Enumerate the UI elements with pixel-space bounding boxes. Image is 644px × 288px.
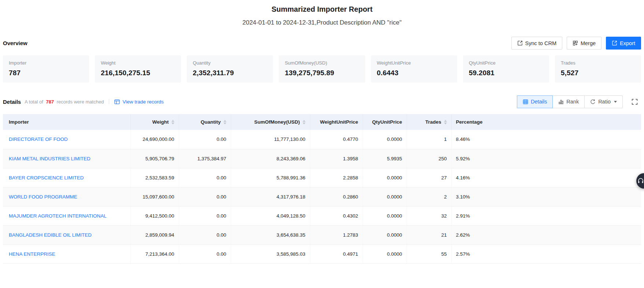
cell-quantity: 0.00	[179, 244, 231, 263]
table-view-icon	[523, 99, 528, 105]
table-row: DIRECTORATE OF FOOD 24,690,000.000.0011,…	[3, 130, 641, 149]
table-row: KIAM METAL INDUSTRIES LIMITED 5,905,706.…	[3, 149, 641, 168]
cell-weight: 2,859,009.94	[130, 225, 179, 244]
cell-weight_unit_price: 1.3958	[310, 149, 363, 168]
cell-weight_unit_price: 0.2860	[310, 187, 363, 206]
importer-link[interactable]: BAYER CROPSCIENCE LIMITED	[9, 175, 84, 181]
view-rank-button[interactable]: Rank	[552, 95, 585, 108]
cell-weight_unit_price: 1.2783	[310, 225, 363, 244]
importer-link[interactable]: BANGLADESH EDIBLE OIL LIMITED	[9, 232, 92, 238]
table-body: DIRECTORATE OF FOOD 24,690,000.000.0011,…	[3, 130, 641, 263]
stat-value: 139,275,795.89	[285, 69, 359, 77]
importer-link[interactable]: MAJUMDER AGROTECH INTERNATIONAL	[9, 213, 107, 219]
cell-importer: DIRECTORATE OF FOOD	[3, 130, 130, 149]
page-subtitle: 2024-01-01 to 2024-12-31,Product Descrip…	[3, 19, 641, 26]
merge-label: Merge	[581, 40, 596, 46]
view-trade-records-link[interactable]: View trade records	[114, 99, 163, 105]
stat-card: Weight 216,150,275.15	[95, 55, 181, 83]
export-button[interactable]: Export	[606, 37, 641, 50]
column-header-quantity[interactable]: Quantity	[179, 114, 231, 130]
page-title: Summarized Importer Report	[3, 5, 641, 14]
column-header-weight[interactable]: Weight	[130, 114, 179, 130]
stat-value: 0.6443	[377, 69, 451, 77]
stat-card: QtyUnitPrice 59.2081	[463, 55, 549, 83]
view-rank-label: Rank	[566, 99, 579, 105]
cell-percentage: 5.92%	[451, 149, 641, 168]
importer-link[interactable]: HENA ENTERPRISE	[9, 251, 55, 257]
importer-link[interactable]: DIRECTORATE OF FOOD	[9, 136, 68, 142]
column-header-trades[interactable]: Trades	[407, 114, 451, 130]
stat-label: WeightUnitPrice	[377, 60, 451, 66]
cell-percentage: 8.46%	[451, 130, 641, 149]
cell-trades: 55	[407, 244, 451, 263]
stat-value: 216,150,275.15	[101, 69, 175, 77]
overview-title: Overview	[3, 40, 27, 46]
view-ratio-button[interactable]: Ratio	[584, 95, 623, 108]
sort-icon	[444, 120, 447, 124]
overview-actions: Sync to CRM Merge Export	[511, 37, 641, 50]
stat-label: Weight	[101, 60, 175, 66]
cell-qty_unit_price: 0.0000	[363, 187, 407, 206]
match-summary: A total of 787 records were matched	[25, 99, 104, 105]
cell-percentage: 3.10%	[451, 187, 641, 206]
cell-trades: 27	[407, 168, 451, 187]
cell-weight_unit_price: 0.4302	[310, 206, 363, 225]
cell-qty_unit_price: 0.0000	[363, 225, 407, 244]
fullscreen-button[interactable]	[628, 95, 641, 108]
importer-table: Importer Weight Quantity SumOfMoney(USD)…	[3, 114, 641, 264]
stat-value: 59.2081	[469, 69, 543, 77]
importer-link[interactable]: KIAM METAL INDUSTRIES LIMITED	[9, 156, 90, 161]
cell-trades: 21	[407, 225, 451, 244]
headset-icon	[637, 178, 644, 184]
stat-card: Importer 787	[3, 55, 89, 83]
cell-importer: WORLD FOOD PROGRAMME	[3, 187, 130, 206]
cell-weight: 5,905,706.79	[130, 149, 179, 168]
sort-icon	[171, 120, 174, 124]
cell-importer: BANGLADESH EDIBLE OIL LIMITED	[3, 225, 130, 244]
column-header-percentage: Percentage	[451, 114, 641, 130]
details-header: Details A total of 787 records were matc…	[3, 95, 641, 108]
table-header-row: Importer Weight Quantity SumOfMoney(USD)…	[3, 114, 641, 130]
match-suffix: records were matched	[57, 99, 104, 105]
cell-qty_unit_price: 5.9935	[363, 149, 407, 168]
stat-card: WeightUnitPrice 0.6443	[371, 55, 457, 83]
chevron-down-icon	[614, 101, 617, 103]
cell-quantity: 0.00	[179, 225, 231, 244]
cell-weight: 15,097,600.00	[130, 187, 179, 206]
stat-label: Importer	[9, 60, 83, 66]
table-row: WORLD FOOD PROGRAMME 15,097,600.000.004,…	[3, 187, 641, 206]
trade-records-icon	[114, 99, 120, 104]
cell-sum_of_money: 4,049,128.50	[231, 206, 310, 225]
cell-weight_unit_price: 2.2858	[310, 168, 363, 187]
cell-percentage: 4.16%	[451, 168, 641, 187]
cell-percentage: 2.91%	[451, 206, 641, 225]
overview-header: Overview Sync to CRM Merge Export	[3, 37, 641, 50]
cell-sum_of_money: 3,585,985.03	[231, 244, 310, 263]
cell-sum_of_money: 11,777,130.00	[231, 130, 310, 149]
cell-quantity: 0.00	[179, 130, 231, 149]
sync-icon	[517, 40, 523, 46]
column-header-qty_unit_price: QtyUnitPrice	[363, 114, 407, 130]
stat-value: 2,352,311.79	[193, 69, 267, 77]
stat-card: Quantity 2,352,311.79	[187, 55, 273, 83]
cell-sum_of_money: 4,317,976.18	[231, 187, 310, 206]
sort-icon	[223, 120, 226, 124]
table-row: HENA ENTERPRISE 7,213,364.000.003,585,98…	[3, 244, 641, 263]
cell-trades: 250	[407, 149, 451, 168]
cell-weight: 2,532,583.59	[130, 168, 179, 187]
divider	[109, 99, 109, 104]
cell-sum_of_money: 5,788,991.36	[231, 168, 310, 187]
view-details-button[interactable]: Details	[517, 95, 553, 108]
cell-qty_unit_price: 0.0000	[363, 130, 407, 149]
cell-importer: BAYER CROPSCIENCE LIMITED	[3, 168, 130, 187]
column-header-sum_of_money[interactable]: SumOfMoney(USD)	[231, 114, 310, 130]
cell-qty_unit_price: 0.0000	[363, 244, 407, 263]
merge-button[interactable]: Merge	[567, 37, 602, 50]
cell-percentage: 2.62%	[451, 225, 641, 244]
sync-to-crm-button[interactable]: Sync to CRM	[511, 37, 562, 50]
fullscreen-icon	[632, 99, 638, 105]
stat-label: Quantity	[193, 60, 267, 66]
stats-row: Importer 787 Weight 216,150,275.15 Quant…	[3, 55, 641, 83]
importer-link[interactable]: WORLD FOOD PROGRAMME	[9, 194, 77, 200]
match-count: 787	[46, 99, 54, 105]
